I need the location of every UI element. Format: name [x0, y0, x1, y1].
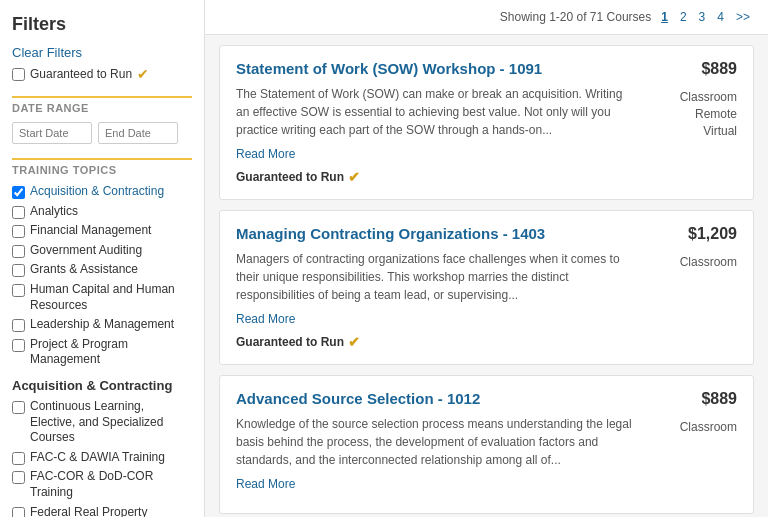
guaranteed-badge-label: Guaranteed to Run — [236, 170, 344, 184]
acq-checkbox[interactable] — [12, 471, 25, 484]
topic-checkbox[interactable] — [12, 284, 25, 297]
read-more-link[interactable]: Read More — [236, 147, 635, 161]
course-description: Knowledge of the source selection proces… — [236, 415, 635, 469]
course-title[interactable]: Advanced Source Selection - 1012 — [236, 390, 635, 407]
date-range-inputs — [12, 122, 192, 144]
guaranteed-badge-label: Guaranteed to Run — [236, 335, 344, 349]
course-price: $889 — [701, 390, 737, 408]
guaranteed-badge: Guaranteed to Run ✔ — [236, 169, 635, 185]
acq-checkbox[interactable] — [12, 507, 25, 518]
end-date-input[interactable] — [98, 122, 178, 144]
topic-checkbox[interactable] — [12, 264, 25, 277]
acq-checkbox[interactable] — [12, 452, 25, 465]
topic-checkbox[interactable] — [12, 186, 25, 199]
training-topics-list: Acquisition & ContractingAnalyticsFinanc… — [12, 184, 192, 368]
acq-checkbox[interactable] — [12, 401, 25, 414]
acq-list-item[interactable]: Federal Real Property Leasing — [12, 505, 192, 518]
course-title[interactable]: Managing Contracting Organizations - 140… — [236, 225, 635, 242]
acq-contracting-subtitle: Acquisition & Contracting — [12, 378, 192, 393]
course-description: The Statement of Work (SOW) can make or … — [236, 85, 635, 139]
filters-title: Filters — [12, 14, 192, 35]
topic-list-item[interactable]: Project & Program Management — [12, 337, 192, 368]
topic-list-item[interactable]: Acquisition & Contracting — [12, 184, 192, 200]
topic-label: Project & Program Management — [30, 337, 192, 368]
topic-list-item[interactable]: Human Capital and Human Resources — [12, 282, 192, 313]
topic-checkbox[interactable] — [12, 225, 25, 238]
course-meta: $889 Classroom — [647, 390, 737, 499]
course-card: Managing Contracting Organizations - 140… — [219, 210, 754, 365]
training-topics-title: TRAINING TOPICS — [12, 158, 192, 176]
topic-list-item[interactable]: Government Auditing — [12, 243, 192, 259]
topic-label: Human Capital and Human Resources — [30, 282, 192, 313]
topic-list-item[interactable]: Grants & Assistance — [12, 262, 192, 278]
course-title[interactable]: Statement of Work (SOW) Workshop - 1091 — [236, 60, 635, 77]
showing-text: Showing 1-20 of 71 Courses — [500, 10, 651, 24]
topic-list-item[interactable]: Analytics — [12, 204, 192, 220]
acq-contracting-list: Continuous Learning, Elective, and Speci… — [12, 399, 192, 517]
guaranteed-checkbox[interactable] — [12, 68, 25, 81]
topic-label: Government Auditing — [30, 243, 142, 259]
delivery-tag: Classroom — [680, 255, 737, 269]
acq-list-item[interactable]: FAC-C & DAWIA Training — [12, 450, 192, 466]
delivery-tags: Classroom — [680, 255, 737, 269]
main-content: Showing 1-20 of 71 Courses 1234>> Statem… — [205, 0, 768, 517]
guaranteed-badge: Guaranteed to Run ✔ — [236, 334, 635, 350]
page-link[interactable]: 3 — [695, 8, 710, 26]
course-description: Managers of contracting organizations fa… — [236, 250, 635, 304]
page-link[interactable]: 2 — [676, 8, 691, 26]
acq-label: FAC-C & DAWIA Training — [30, 450, 165, 466]
guaranteed-filter-row: Guaranteed to Run ✔ — [12, 66, 192, 82]
course-body: Statement of Work (SOW) Workshop - 1091 … — [236, 60, 635, 185]
course-card: Statement of Work (SOW) Workshop - 1091 … — [219, 45, 754, 200]
acq-list-item[interactable]: FAC-COR & DoD-COR Training — [12, 469, 192, 500]
topic-label: Financial Management — [30, 223, 151, 239]
course-card: Advanced Source Selection - 1012 Knowled… — [219, 375, 754, 514]
page-link[interactable]: 4 — [713, 8, 728, 26]
clear-filters-link[interactable]: Clear Filters — [12, 45, 192, 60]
delivery-tags: Classroom — [680, 420, 737, 434]
topic-checkbox[interactable] — [12, 319, 25, 332]
course-price: $889 — [701, 60, 737, 78]
topic-list-item[interactable]: Financial Management — [12, 223, 192, 239]
course-price: $1,209 — [688, 225, 737, 243]
guaranteed-badge-icon: ✔ — [348, 334, 360, 350]
page-link[interactable]: 1 — [657, 8, 672, 26]
read-more-link[interactable]: Read More — [236, 477, 635, 491]
delivery-tag: Classroom — [680, 90, 737, 104]
date-range-section-title: DATE RANGE — [12, 96, 192, 114]
course-body: Advanced Source Selection - 1012 Knowled… — [236, 390, 635, 499]
topic-checkbox[interactable] — [12, 245, 25, 258]
topic-list-item[interactable]: Leadership & Management — [12, 317, 192, 333]
course-body: Managing Contracting Organizations - 140… — [236, 225, 635, 350]
guaranteed-label: Guaranteed to Run — [30, 67, 132, 81]
topic-checkbox[interactable] — [12, 206, 25, 219]
acq-label: Federal Real Property Leasing — [30, 505, 192, 518]
delivery-tag: Remote — [695, 107, 737, 121]
guaranteed-badge-icon: ✔ — [348, 169, 360, 185]
delivery-tag: Virtual — [703, 124, 737, 138]
delivery-tag: Classroom — [680, 420, 737, 434]
topic-label: Analytics — [30, 204, 78, 220]
acq-label: Continuous Learning, Elective, and Speci… — [30, 399, 192, 446]
acq-label: FAC-COR & DoD-COR Training — [30, 469, 192, 500]
courses-list: Statement of Work (SOW) Workshop - 1091 … — [205, 35, 768, 517]
delivery-tags: ClassroomRemoteVirtual — [680, 90, 737, 138]
pagination-next[interactable]: >> — [732, 8, 754, 26]
read-more-link[interactable]: Read More — [236, 312, 635, 326]
course-meta: $889 ClassroomRemoteVirtual — [647, 60, 737, 185]
course-meta: $1,209 Classroom — [647, 225, 737, 350]
topic-label: Acquisition & Contracting — [30, 184, 164, 200]
guaranteed-check-icon: ✔ — [137, 66, 149, 82]
start-date-input[interactable] — [12, 122, 92, 144]
acq-list-item[interactable]: Continuous Learning, Elective, and Speci… — [12, 399, 192, 446]
topic-label: Leadership & Management — [30, 317, 174, 333]
topic-checkbox[interactable] — [12, 339, 25, 352]
topic-label: Grants & Assistance — [30, 262, 138, 278]
main-header: Showing 1-20 of 71 Courses 1234>> — [205, 0, 768, 35]
sidebar: Filters Clear Filters Guaranteed to Run … — [0, 0, 205, 517]
pagination: 1234>> — [657, 8, 754, 26]
